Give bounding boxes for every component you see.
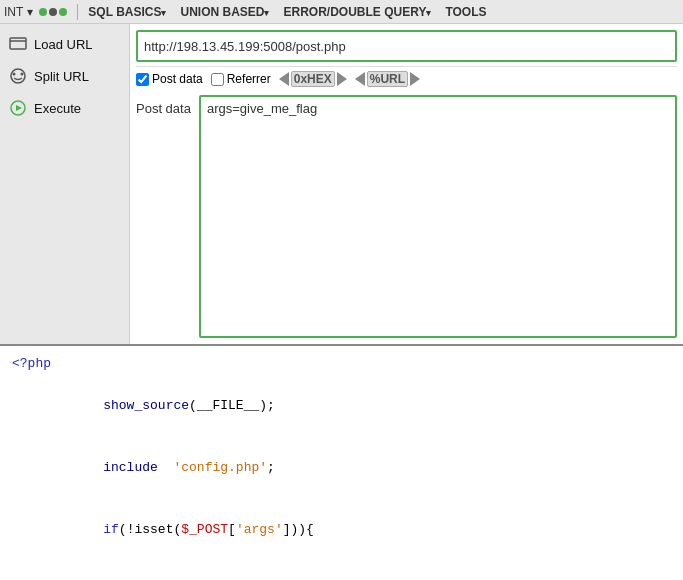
url-encode-label: %URL	[367, 71, 408, 87]
split-url-icon	[8, 66, 28, 86]
post-data-checkbox[interactable]	[136, 73, 149, 86]
nav-union-based-arrow: ▾	[264, 8, 269, 18]
svg-point-3	[13, 73, 16, 76]
separator	[77, 4, 78, 20]
nav-error-double-arrow: ▾	[426, 8, 431, 18]
svg-point-4	[21, 73, 24, 76]
nav-tools[interactable]: TOOLS	[439, 3, 492, 21]
toolbar: INT ▾ SQL BASICS▾ UNION BASED▾ ERROR/DOU…	[0, 0, 683, 24]
load-url-button[interactable]: Load URL	[0, 28, 129, 60]
split-url-label: Split URL	[34, 69, 89, 84]
status-dot-dark	[49, 8, 57, 16]
status-dot-green	[39, 8, 47, 16]
referrer-checkbox-label[interactable]: Referrer	[211, 72, 271, 86]
execute-label: Execute	[34, 101, 81, 116]
code-line-1: show_source(__FILE__);	[12, 375, 671, 437]
nav-error-double[interactable]: ERROR/DOUBLE QUERY▾	[277, 3, 437, 21]
code-line-3: if(!isset($_POST['args'])){	[12, 500, 671, 562]
split-url-button[interactable]: Split URL	[0, 60, 129, 92]
referrer-option-label: Referrer	[227, 72, 271, 86]
nav-tools-label: TOOLS	[445, 5, 486, 19]
hex-arrow-left[interactable]: 0xHEX	[279, 71, 347, 87]
nav-sql-basics[interactable]: SQL BASICS▾	[82, 3, 172, 21]
nav-error-double-label: ERROR/DOUBLE QUERY	[283, 5, 426, 19]
execute-button[interactable]: Execute	[0, 92, 129, 124]
url-encode-btn[interactable]: %URL	[355, 71, 420, 87]
code-line-2: include 'config.php';	[12, 437, 671, 499]
load-url-label: Load URL	[34, 37, 93, 52]
svg-marker-6	[16, 105, 22, 111]
code-line-open: <?php	[12, 354, 671, 375]
post-data-input[interactable]	[199, 95, 677, 338]
int-arrow: ▾	[27, 5, 33, 19]
nav-union-based[interactable]: UNION BASED▾	[174, 3, 275, 21]
options-row: Post data Referrer 0xHEX %URL	[136, 66, 677, 91]
code-area: <?php show_source(__FILE__); include 'co…	[0, 344, 683, 580]
int-dropdown[interactable]: INT ▾	[4, 5, 33, 19]
content-area: Post data Referrer 0xHEX %URL Post data	[130, 24, 683, 344]
post-data-section-label: Post data	[136, 95, 199, 338]
svg-rect-0	[10, 38, 26, 49]
url-row	[136, 30, 677, 62]
referrer-checkbox[interactable]	[211, 73, 224, 86]
nav-menu: SQL BASICS▾ UNION BASED▾ ERROR/DOUBLE QU…	[82, 3, 492, 21]
code-line-4: die();	[12, 562, 671, 580]
execute-icon	[8, 98, 28, 118]
hex-label: 0xHEX	[291, 71, 335, 87]
url-input[interactable]	[136, 30, 677, 62]
nav-sql-basics-arrow: ▾	[161, 8, 166, 18]
post-data-checkbox-label[interactable]: Post data	[136, 72, 203, 86]
svg-point-2	[11, 69, 25, 83]
url-right-arrow-icon	[410, 72, 420, 86]
post-data-section: Post data	[136, 95, 677, 338]
nav-sql-basics-label: SQL BASICS	[88, 5, 161, 19]
int-label: INT	[4, 5, 23, 19]
post-data-option-label: Post data	[152, 72, 203, 86]
status-dot-green2	[59, 8, 67, 16]
load-url-icon	[8, 34, 28, 54]
main-panel: Load URL Split URL Execute	[0, 24, 683, 344]
hex-right-arrow-icon	[337, 72, 347, 86]
url-left-arrow-icon	[355, 72, 365, 86]
nav-union-based-label: UNION BASED	[180, 5, 264, 19]
hex-left-arrow-icon	[279, 72, 289, 86]
sidebar: Load URL Split URL Execute	[0, 24, 130, 344]
